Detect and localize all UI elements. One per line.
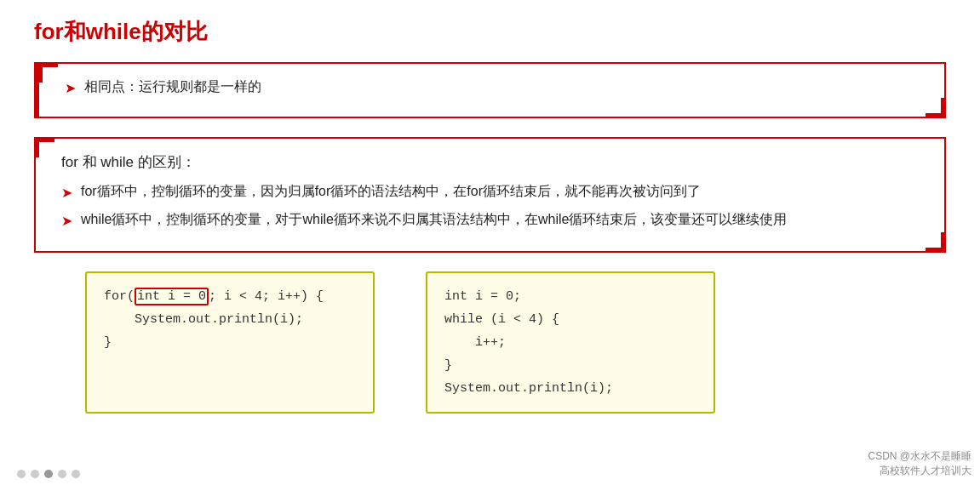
code-while-line4: } [444,354,696,377]
watermark-line1: CSDN @水水不是睡睡 [868,449,971,464]
code-box-while: int i = 0; while (i < 4) { i++; } System… [426,271,715,414]
slide-container: for和while的对比 ➤ 相同点：运行规则都是一样的 for 和 while… [0,0,980,485]
code-for-line3: } [104,331,356,354]
code-box-for: for(int i = 0; i < 4; i++) { System.out.… [85,271,375,414]
code-for-line1: for(int i = 0; i < 4; i++) { [104,285,356,308]
code-while-line3: i++; [444,331,696,354]
nav-dots [17,470,80,478]
diff-text-1: for循环中，控制循环的变量，因为归属for循环的语法结构中，在for循环结束后… [81,180,927,203]
code-for-line2: System.out.println(i); [104,308,356,331]
similar-text: 相同点：运行规则都是一样的 [84,76,927,98]
diff-title: for 和 while 的区别： [61,152,927,172]
similar-item: ➤ 相同点：运行规则都是一样的 [65,76,927,100]
code-section: for(int i = 0; i < 4; i++) { System.out.… [85,271,946,414]
similar-box: ➤ 相同点：运行规则都是一样的 [34,62,946,118]
slide-title: for和while的对比 [34,17,946,47]
nav-dot-5[interactable] [72,470,80,478]
code-while-line5: System.out.println(i); [444,377,696,400]
diff-text-2: while循环中，控制循环的变量，对于while循环来说不归属其语法结构中，在w… [81,208,927,231]
watermark-line2: 高校软件人才培训大 [868,464,971,478]
bullet-arrow-3: ➤ [61,210,72,232]
nav-dot-3[interactable] [44,470,53,478]
highlighted-int: int i = 0 [135,288,209,305]
bullet-arrow-2: ➤ [61,182,72,204]
bullet-arrow-1: ➤ [65,77,76,100]
nav-dot-1[interactable] [17,470,26,478]
diff-item-1: ➤ for循环中，控制循环的变量，因为归属for循环的语法结构中，在for循环结… [61,180,927,204]
diff-box: for 和 while 的区别： ➤ for循环中，控制循环的变量，因为归属fo… [34,137,946,253]
diff-item-2: ➤ while循环中，控制循环的变量，对于while循环来说不归属其语法结构中，… [61,208,927,232]
code-while-line1: int i = 0; [444,285,696,308]
nav-dot-2[interactable] [31,470,39,478]
nav-dot-4[interactable] [58,470,66,478]
code-while-line2: while (i < 4) { [444,308,696,331]
watermark: CSDN @水水不是睡睡 高校软件人才培训大 [868,449,971,478]
